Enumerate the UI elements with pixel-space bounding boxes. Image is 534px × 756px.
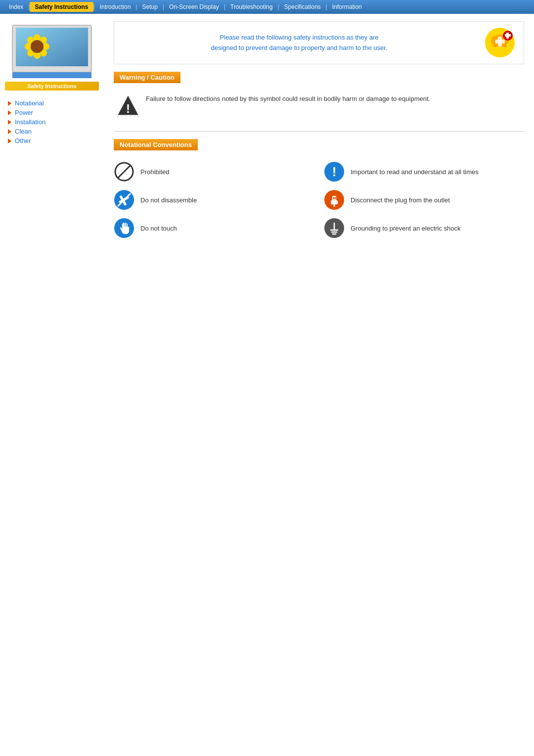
content-area: Please read the following safety instruc… [104,14,534,261]
svg-rect-14 [12,72,91,78]
sidebar-label-clean: Clean [15,128,32,135]
sidebar-nav: Notational Power Installation Clean Othe… [0,98,104,145]
arrow-icon-notational [8,101,11,106]
sidebar-monitor-image [10,23,94,80]
sidebar-title: Safety Instructions [5,82,99,91]
svg-line-26 [118,165,131,178]
nav-osd[interactable]: On-Screen Display [164,2,224,12]
arrow-icon-installation [8,120,11,125]
notational-section: Notational Conventions Prohibited [114,139,524,238]
notation-item-grounding: Grounding to prevent an electric shock [324,218,524,238]
navbar: Index | Safety Instructions | Introducti… [0,0,534,14]
sidebar-item-clean[interactable]: Clean [5,127,104,136]
svg-point-7 [34,52,41,59]
svg-text:!: ! [332,164,337,179]
warning-section: Warning / Caution ! Failure to follow di… [114,72,524,132]
sidebar-label-notational: Notational [15,99,44,107]
arrow-icon-power [8,110,11,115]
sidebar-item-power[interactable]: Power [5,108,104,117]
svg-text:!: ! [126,102,130,115]
disassemble-icon [114,189,134,210]
notation-item-disassemble: Do not disassemble [114,189,314,210]
notation-label-important: Important to read and understand at all … [351,168,479,176]
warning-triangle-icon: ! [116,94,138,116]
grounding-icon [324,218,345,238]
sidebar-label-installation: Installation [15,118,45,126]
nav-specifications[interactable]: Specifications [279,2,326,12]
nav-setup[interactable]: Setup [137,2,162,12]
sidebar-item-installation[interactable]: Installation [5,117,104,127]
warning-section-title: Warning / Caution [114,72,180,83]
svg-point-9 [25,43,32,50]
arrow-icon-clean [8,129,11,134]
header-corner-icon [484,27,516,59]
notation-label-grounding: Grounding to prevent an electric shock [351,225,461,232]
svg-rect-35 [331,200,338,204]
nav-troubleshooting[interactable]: Troubleshooting [225,2,278,12]
notation-label-no-touch: Do not touch [140,225,177,232]
sidebar: Safety Instructions Notational Power Ins… [0,14,104,261]
notation-label-disassemble: Do not disassemble [140,196,197,204]
header-banner: Please read the following safety instruc… [114,21,524,64]
svg-rect-22 [505,34,511,37]
arrow-icon-other [8,139,11,143]
notation-label-disconnect: Disconnect the plug from the outlet [351,196,450,204]
svg-point-3 [34,34,41,41]
nav-information[interactable]: Information [327,2,367,12]
notation-grid: Prohibited ! Important to read and under… [114,161,524,238]
svg-rect-19 [495,40,505,44]
sidebar-label-power: Power [15,109,33,116]
notational-section-title: Notational Conventions [114,139,198,150]
notation-label-prohibited: Prohibited [140,168,170,176]
main-layout: Safety Instructions Notational Power Ins… [0,14,534,261]
nav-safety-instructions[interactable]: Safety Instructions [30,2,93,12]
notation-item-prohibited: Prohibited [114,161,314,182]
nav-introduction[interactable]: Introduction [95,2,136,12]
sidebar-image-container: Safety Instructions [0,19,104,94]
sidebar-item-notational[interactable]: Notational [5,98,104,108]
important-icon: ! [324,161,345,182]
svg-rect-37 [333,197,334,199]
notation-item-no-touch: Do not touch [114,218,314,238]
sidebar-item-other[interactable]: Other [5,136,104,145]
svg-point-5 [43,43,49,50]
prohibited-icon [114,161,134,182]
warning-block: ! Failure to follow directions noted by … [114,89,524,124]
section-divider-1 [114,131,524,132]
notation-item-disconnect: Disconnect the plug from the outlet [324,189,524,210]
notation-item-important: ! Important to read and understand at al… [324,161,524,182]
svg-rect-38 [335,197,336,199]
svg-point-11 [31,40,44,53]
disconnect-icon [324,189,345,210]
warning-text: Failure to follow directions noted by th… [146,94,430,104]
nav-index[interactable]: Index [4,2,28,12]
header-description: Please read the following safety instruc… [122,33,477,53]
sidebar-label-other: Other [15,137,31,144]
no-touch-icon [114,218,134,238]
